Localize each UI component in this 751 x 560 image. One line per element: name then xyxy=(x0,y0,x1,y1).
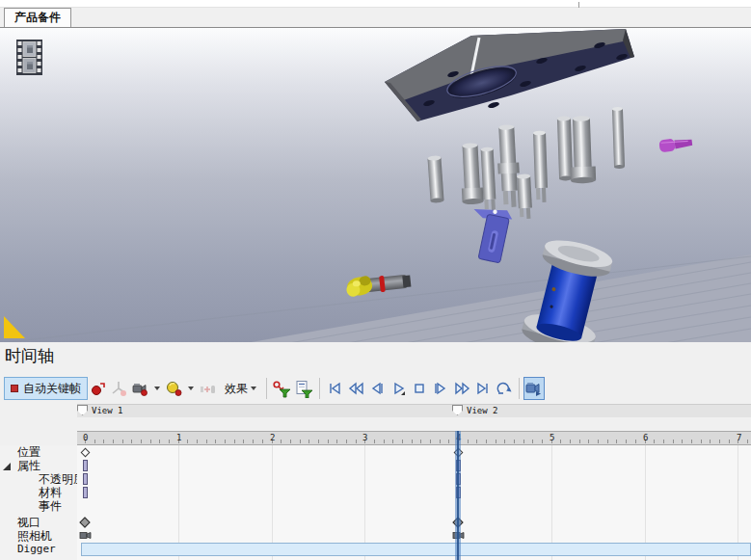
fast-rewind-icon xyxy=(347,380,365,397)
play-icon xyxy=(389,380,407,397)
loop-icon xyxy=(495,380,514,397)
exploded-assembly-scene xyxy=(0,28,751,342)
view-marker-row xyxy=(77,404,751,417)
keyframe-position-t0[interactable] xyxy=(80,447,90,457)
step-back-icon xyxy=(368,380,386,397)
tab-product-spare-parts[interactable]: 产品备件 xyxy=(4,8,71,27)
base-plate-part[interactable] xyxy=(385,29,634,121)
playhead[interactable] xyxy=(455,431,461,560)
ground-grid xyxy=(0,254,751,342)
camera-keyframe-icon xyxy=(131,380,150,397)
ruler-number-0: 0 xyxy=(83,433,88,442)
attach-keyframe-button[interactable] xyxy=(198,377,219,400)
ruler-number-2: 2 xyxy=(270,433,275,442)
ruler-minor-ticks xyxy=(85,440,751,443)
camera-keyframe-dropdown[interactable] xyxy=(154,387,160,390)
timeline-panel-title: 时间轴 xyxy=(5,345,54,367)
keyframe-viewport-t0[interactable] xyxy=(79,517,90,527)
set-keyframe-button[interactable] xyxy=(88,377,109,400)
viewport-3d[interactable] xyxy=(0,27,751,342)
attach-keyframe-icon xyxy=(199,380,218,397)
auto-keyframe-button[interactable]: 自动关键帧 xyxy=(4,377,88,400)
loop-playback-button[interactable] xyxy=(494,377,515,400)
properties-expander-icon[interactable] xyxy=(3,463,11,470)
view2-marker-label[interactable]: View 2 xyxy=(467,406,498,415)
magenta-screw-part[interactable] xyxy=(658,136,692,152)
move-axis-icon xyxy=(110,380,129,397)
pin-parts-cluster[interactable] xyxy=(427,107,625,220)
light-keyframe-button[interactable] xyxy=(164,377,185,400)
toolbar-separator xyxy=(266,378,267,399)
toolbar-separator xyxy=(519,378,520,399)
digger-range-bar[interactable] xyxy=(81,543,751,556)
auto-keyframe-label: 自动关键帧 xyxy=(23,381,81,397)
step-forward-icon xyxy=(432,380,449,397)
effects-label: 效果 xyxy=(225,381,248,397)
camera-mode-toggle[interactable] xyxy=(523,377,545,400)
light-keyframe-icon xyxy=(165,380,184,397)
track-grid-area[interactable] xyxy=(77,445,751,560)
record-square-icon xyxy=(11,385,18,392)
toolbar-separator xyxy=(319,378,320,399)
step-back-button[interactable] xyxy=(366,377,388,400)
stop-button[interactable] xyxy=(409,377,430,400)
bracket-part[interactable] xyxy=(464,203,514,263)
record-keyframe-icon xyxy=(90,380,107,397)
timeline-tracks: 位置 属性 不透明度 材料 事件 视口 照相机 Digger xyxy=(0,445,751,560)
skip-start-icon xyxy=(326,380,343,397)
fast-forward-icon xyxy=(453,380,471,397)
position-keyframe-button[interactable] xyxy=(109,377,130,400)
ruler-number-7: 7 xyxy=(737,433,741,442)
playhead-line xyxy=(457,431,459,560)
effects-dropdown-arrow xyxy=(251,387,256,390)
yellow-connector-part[interactable] xyxy=(345,272,412,298)
fast-rewind-button[interactable] xyxy=(345,377,366,400)
filter-properties-button[interactable] xyxy=(293,377,315,400)
skip-to-end-button[interactable] xyxy=(472,377,494,400)
keyframe-camera-t0[interactable] xyxy=(79,531,92,540)
fast-forward-button[interactable] xyxy=(451,377,472,400)
timeline-ruler[interactable]: 0 1 2 3 4 5 6 7 xyxy=(77,431,751,445)
skip-end-icon xyxy=(474,380,492,397)
timeline-toolbar: 自动关键帧 xyxy=(0,375,751,402)
stop-icon xyxy=(411,380,428,397)
effects-button[interactable]: 效果 xyxy=(219,377,262,400)
document-tab-bar: 产品备件 xyxy=(0,8,751,27)
light-keyframe-dropdown[interactable] xyxy=(188,387,194,390)
track-label-column: 位置 属性 不透明度 材料 事件 视口 照相机 Digger xyxy=(0,445,77,560)
step-forward-button[interactable] xyxy=(430,377,451,400)
ruler-number-5: 5 xyxy=(550,433,554,442)
viewport-corner-marker xyxy=(4,316,25,338)
camera-keyframe-button[interactable] xyxy=(130,377,151,400)
application-window: 产品备件 xyxy=(0,0,751,560)
window-top-strip xyxy=(0,0,751,8)
keyframe-opacity-t0[interactable] xyxy=(83,473,88,485)
view1-marker-label[interactable]: View 1 xyxy=(92,406,123,415)
keyframe-properties-t0[interactable] xyxy=(83,460,88,471)
camera-mode-icon xyxy=(524,380,544,397)
page-filter-icon xyxy=(294,380,314,398)
keyframe-material-t0[interactable] xyxy=(83,487,88,498)
ruler-number-1: 1 xyxy=(176,433,181,442)
filmstrip-icon[interactable] xyxy=(16,40,42,75)
ruler-number-6: 6 xyxy=(643,433,648,442)
skip-to-start-button[interactable] xyxy=(324,377,345,400)
play-button[interactable] xyxy=(388,377,409,400)
ruler-number-3: 3 xyxy=(362,433,367,442)
key-filter-icon xyxy=(272,380,292,398)
filter-keys-button[interactable] xyxy=(271,377,293,400)
marker-sub-row xyxy=(0,417,751,431)
